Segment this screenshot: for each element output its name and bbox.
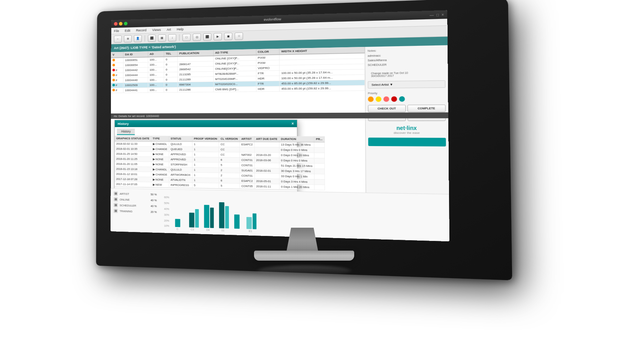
legend-item-online: ▤ ONLINE 40 % [113,197,157,203]
svg-rect-13 [234,214,240,229]
legend-scheduler-label: SCHEDULER [119,204,136,207]
menu-views[interactable]: Views [152,28,161,32]
hcol-pr[interactable]: PR... [314,136,325,142]
brand-name: net·linx [368,125,446,131]
user-list: adminacc Sales/Affanna SCHEDULER [367,52,445,67]
col-ad[interactable]: AD [148,51,164,57]
status-dot [112,79,115,81]
svg-text:C: C [177,228,179,230]
cell-da-id: 10004442 [123,67,148,73]
menu-art[interactable]: Art [167,28,171,31]
monitor-stand-neck [286,228,318,253]
legend-training-pct: 20 % [151,210,157,214]
app-screen: evolvr4flow — □ × File Edit Record Views… [111,10,449,241]
cell-da-id: 10004441 [123,88,148,93]
menu-file[interactable]: File [114,29,119,33]
app-window: evolvr4flow — □ × File Edit Record Views… [111,10,449,241]
svg-rect-9 [204,205,209,228]
hcol-due[interactable]: ART DUE DATE [254,136,279,142]
hcol-duration[interactable]: DURATION [279,136,314,142]
menu-help[interactable]: Help [177,27,184,31]
history-title: History [118,122,129,125]
legend-online-icon: ▤ [113,197,118,202]
toolbar-btn-10[interactable]: ▶ [214,33,222,40]
legend-item-scheduler: ▤ SCHEDULER 40 % [113,203,157,208]
toolbar-btn-7[interactable]: □ [182,34,191,41]
records-table: V DA ID AD TEL PUBLICATION AD TYPE COLOR… [111,47,365,93]
toolbar-btn-4[interactable]: ⬛ [148,34,156,42]
status-dot [112,84,115,86]
legend-item-training: ▤ TRAINING 20 % [113,209,157,214]
minimize-button-light[interactable] [119,22,122,25]
history-close-x[interactable]: × [292,121,294,126]
toolbar-btn-12[interactable]: ☆ [235,32,243,40]
brand-tagline: discover the ease [368,131,446,135]
close-button-light[interactable] [114,22,118,26]
col-tel[interactable]: TEL [164,51,178,57]
toolbar-btn-3[interactable]: 👤 [134,35,142,42]
priority-dot-yellow[interactable] [376,96,381,102]
svg-rect-14 [247,217,252,229]
hcol-proof[interactable]: PROOF VERSION [192,136,219,142]
menu-record[interactable]: Record [136,28,146,32]
col-da-id[interactable]: DA ID [123,51,148,57]
minimize-icon[interactable]: — [430,13,434,17]
notes-label: Notes: [367,48,445,53]
close-icon[interactable]: × [441,13,444,17]
user-scheduler: SCHEDULER [368,62,445,67]
window-controls: — □ × [430,13,444,17]
priority-dot-coral[interactable] [384,96,389,102]
brand-bar [368,137,446,146]
hcol-status[interactable]: STATUS [169,136,192,141]
details-text: rts: Details for art record: 10034440 [114,115,159,118]
svg-text:30%: 30% [164,213,169,216]
toolbar-btn-8[interactable]: ◎ [193,33,201,41]
select-artist-label: Select Artist [371,83,389,87]
toolbar-btn-9[interactable]: ⬛ [203,33,211,40]
history-tab[interactable]: History [115,127,297,135]
select-artist-dropdown[interactable]: Select Artist ▼ [368,80,445,88]
svg-rect-10 [210,208,214,228]
legend-item-artist: ▤ ARTIST 50 % [113,192,157,197]
svg-rect-11 [219,202,224,228]
data-table-area: V DA ID AD TEL PUBLICATION AD TYPE COLOR… [111,47,366,239]
maximize-button-light[interactable] [124,22,127,25]
complete-button[interactable]: COMPLETE [407,105,445,112]
checkout-button[interactable]: CHECK OUT [368,105,405,112]
maximize-icon[interactable]: □ [436,13,439,17]
monitor-stand-base [254,251,354,261]
toolbar-btn-2[interactable]: ⊕ [124,35,132,43]
legend-training-label: TRAINING [119,209,132,213]
filter-label: Art (2647): LiOB TYPE = 'Dated artwork') [114,45,176,50]
toolbar-sep-2 [179,34,180,41]
priority-dot-red[interactable] [391,96,397,102]
menu-edit[interactable]: Edit [125,29,130,32]
svg-text:60%: 60% [164,196,169,198]
col-publication[interactable]: PUBLICATION [177,50,213,57]
hcol-cl[interactable]: CL VERSION [219,136,240,142]
toolbar-sep-1 [145,35,145,42]
branding-area: net·linx discover the ease [368,125,446,146]
legend-artist-icon: ▤ [113,192,118,196]
priority-dot-teal[interactable] [399,96,405,102]
cell-da-id: 10004440 [123,77,148,83]
col-v[interactable]: V [111,52,123,58]
svg-rect-12 [225,206,229,229]
dropdown-arrow-icon: ▼ [390,83,393,86]
chart-legend: ▤ ARTIST 50 % ▤ ONLINE 40 % ▤ [113,192,157,230]
hcol-date[interactable]: GRAPHICS STATUS DATE [115,136,151,141]
hcol-artist[interactable]: ARTIST [240,136,254,142]
hcol-type[interactable]: TYPE [151,136,169,141]
legend-artist-pct: 50 % [151,193,157,196]
cell-da-id: 10006654 [123,62,148,68]
monitor-scene: evolvr4flow — □ × File Edit Record Views… [0,0,644,358]
monitor-base-reflection [258,265,351,276]
legend-scheduler-icon: ▤ [113,203,118,207]
col-color[interactable]: COLOR [256,49,280,55]
toolbar-btn-6[interactable]: ↓ [168,34,176,42]
status-dot [112,74,115,76]
toolbar-btn-5[interactable]: ▦ [158,34,166,42]
toolbar-btn-11[interactable]: ◼ [224,33,232,40]
toolbar-btn-1[interactable]: ← [114,35,122,43]
priority-dot-orange[interactable] [368,97,374,102]
